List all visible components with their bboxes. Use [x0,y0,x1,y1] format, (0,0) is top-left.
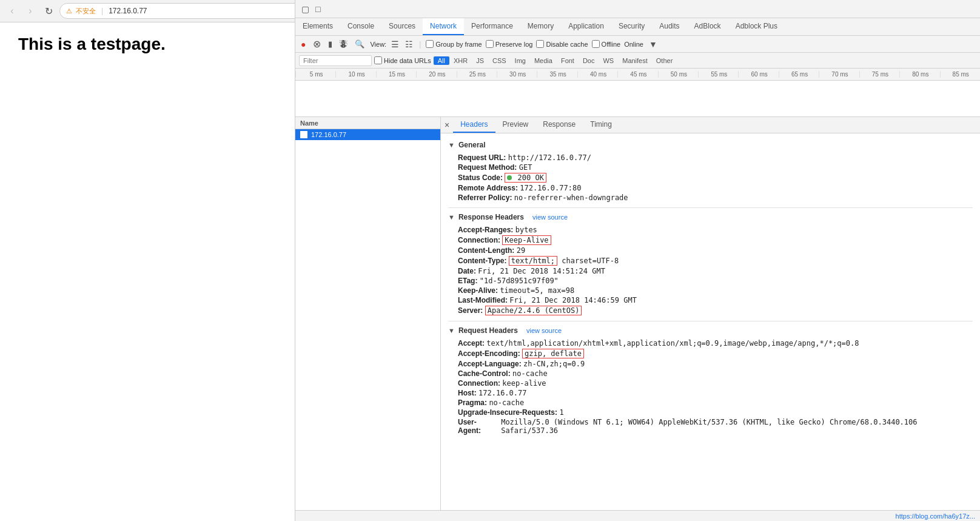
tick-20ms: 20 ms [416,71,456,78]
resp-server-row: Server: Apache/2.4.6 (CentOS) [448,305,973,316]
tab-application[interactable]: Application [561,22,611,35]
tab-elements[interactable]: Elements [295,22,340,35]
tick-70ms: 70 ms [819,71,859,78]
general-title: General [458,141,486,149]
tick-65ms: 65 ms [779,71,819,78]
status-url: https://blog.com/ha6y17z... [896,513,975,520]
tab-adblock-plus[interactable]: Adblock Plus [728,22,785,35]
detail-tab-timing[interactable]: Timing [583,117,619,133]
tab-performance[interactable]: Performance [464,22,520,35]
response-headers-divider [448,321,973,321]
detail-tab-headers[interactable]: Headers [453,117,495,133]
req-upgrade-row: Upgrade-Insecure-Requests: 1 [448,408,973,417]
filter-type-css[interactable]: CSS [488,56,511,65]
filter-type-ws[interactable]: WS [599,56,618,65]
tab-security[interactable]: Security [611,22,652,35]
request-headers-section-header: ▼ Request Headers view source [448,326,973,335]
tick-85ms: 85 ms [940,71,980,78]
filter-type-font[interactable]: Font [557,56,579,65]
detail-tabs-bar: × Headers Preview Response Timing [441,117,980,133]
filter-type-all[interactable]: All [434,56,449,65]
request-name-0: 172.16.0.77 [311,131,346,138]
request-headers-title: Request Headers [458,326,518,335]
tab-adblock[interactable]: AdBlock [687,22,728,35]
tick-25ms: 25 ms [457,71,497,78]
back-button[interactable]: ‹ [5,4,19,18]
security-icon: ⚠ [66,7,72,15]
view-label: View: [370,41,386,48]
tab-audits[interactable]: Audits [652,22,686,35]
tick-10ms: 10 ms [335,71,375,78]
referrer-policy-row: Referrer Policy: no-referrer-when-downgr… [448,193,973,203]
preserve-log-checkbox[interactable] [486,40,494,48]
reload-button[interactable]: ↻ [41,4,56,18]
detail-tab-preview[interactable]: Preview [495,117,536,133]
tab-console[interactable]: Console [340,22,381,35]
detail-tab-response[interactable]: Response [535,117,583,133]
resp-content-type-value: text/html; [509,256,557,266]
network-toolbar: ● ⊗ ▮ ⛇ 🔍 View: ☰ ☷ | Group by frame Pre… [295,36,980,53]
devtools-tabs-bar: Elements Console Sources Network Perform… [295,22,980,36]
view-list-button[interactable]: ☰ [390,38,400,50]
timeline-chart [295,81,980,116]
detail-close-button[interactable]: × [441,117,453,133]
filter-input[interactable] [299,55,372,66]
filter-type-doc[interactable]: Doc [579,56,599,65]
tick-30ms: 30 ms [497,71,537,78]
tab-sources[interactable]: Sources [381,22,423,35]
disable-cache-checkbox[interactable] [536,40,544,48]
filter-type-other[interactable]: Other [652,56,677,65]
stop-button[interactable]: ⊗ [311,38,323,50]
forward-button[interactable]: › [23,4,38,18]
view-grid-button[interactable]: ☷ [404,38,414,50]
referrer-policy-value: no-referrer-when-downgrade [514,193,628,202]
req-connection-row: Connection: keep-alive [448,378,973,388]
disable-cache-label[interactable]: Disable cache [536,40,588,48]
devtools-panel: ▢ □ Elements Console Sources Network Per… [295,22,980,521]
resp-content-type-row: Content-Type: text/html; charset=UTF-8 [448,255,973,266]
tick-5ms: 5 ms [295,71,335,78]
filter-button[interactable]: ⛇ [338,39,349,49]
response-headers-toggle[interactable]: ▼ [448,213,455,221]
req-accept-encoding-value: gzip, deflate [522,349,584,358]
record-button[interactable]: ● [299,39,307,50]
req-pragma-row: Pragma: no-cache [448,398,973,408]
offline-label[interactable]: Offline [592,40,621,48]
filter-row: Hide data URLs All XHR JS CSS Img Media … [295,53,980,69]
resp-last-modified-row: Last-Modified: Fri, 21 Dec 2018 14:46:59… [448,295,973,305]
search-button[interactable]: 🔍 [353,39,366,49]
response-headers-title: Response Headers [458,213,524,221]
preserve-log-label[interactable]: Preserve log [486,40,533,48]
request-headers-toggle[interactable]: ▼ [448,327,455,334]
tab-network[interactable]: Network [423,22,464,35]
camera-button[interactable]: ▮ [326,39,334,49]
filter-type-media[interactable]: Media [530,56,557,65]
status-bar: https://blog.com/ha6y17z... [295,510,980,521]
request-item-0[interactable]: 172.16.0.77 [295,129,440,140]
requests-panel: Name 172.16.0.77 [295,117,441,510]
filter-type-xhr[interactable]: XHR [449,56,472,65]
hide-data-urls-checkbox[interactable] [374,56,382,64]
offline-checkbox[interactable] [592,40,600,48]
general-divider [448,207,973,208]
filter-type-js[interactable]: JS [472,56,488,65]
resp-connection-row: Connection: Keep-Alive [448,235,973,246]
resp-server-value: Apache/2.4.6 (CentOS) [485,306,582,315]
request-headers-view-source[interactable]: view source [526,327,562,334]
filter-type-manifest[interactable]: Manifest [618,56,652,65]
tick-40ms: 40 ms [577,71,617,78]
more-options-button[interactable]: ▼ [647,39,659,50]
general-section-header: ▼ General [448,141,973,149]
resp-keep-alive-row: Keep-Alive: timeout=5, max=98 [448,286,973,295]
filter-type-img[interactable]: Img [511,56,530,65]
resp-content-length-row: Content-Length: 29 [448,246,973,255]
tick-80ms: 80 ms [899,71,939,78]
group-by-frame-label[interactable]: Group by frame [426,40,482,48]
hide-data-urls-label[interactable]: Hide data URLs [374,56,431,64]
general-toggle[interactable]: ▼ [448,141,455,149]
response-headers-view-source[interactable]: view source [532,213,568,221]
req-host-row: Host: 172.16.0.77 [448,388,973,398]
tab-memory[interactable]: Memory [520,22,561,35]
req-cache-control-row: Cache-Control: no-cache [448,369,973,378]
group-by-frame-checkbox[interactable] [426,40,434,48]
